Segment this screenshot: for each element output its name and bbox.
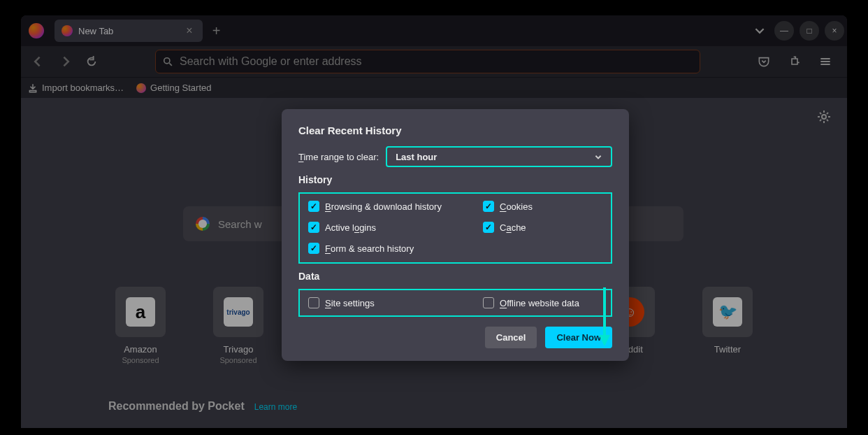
time-range-label: Time range to clear:	[298, 152, 379, 162]
checkbox-offline-data[interactable]: Offline website data	[483, 297, 602, 308]
history-section-heading: History	[298, 174, 612, 185]
dialog-title: Clear Recent History	[298, 124, 612, 136]
time-range-select[interactable]: Last hour	[386, 146, 612, 167]
data-section-heading: Data	[298, 271, 612, 282]
checkbox-form-history[interactable]: ✓Form & search history	[308, 243, 483, 254]
cancel-button[interactable]: Cancel	[485, 327, 537, 348]
clear-history-dialog: Clear Recent History Time range to clear…	[282, 109, 629, 361]
checkbox-active-logins[interactable]: ✓Active logins	[308, 222, 483, 233]
checkbox-site-settings[interactable]: Site settings	[308, 297, 483, 308]
clear-now-button[interactable]: Clear Now	[545, 327, 612, 348]
checkbox-cache[interactable]: ✓Cache	[483, 222, 602, 233]
data-section: Site settings Offline website data	[298, 289, 612, 317]
checkbox-cookies[interactable]: ✓Cookies	[483, 201, 602, 212]
history-section: ✓Browsing & download history ✓Cookies ✓A…	[298, 192, 612, 264]
chevron-down-icon	[594, 152, 602, 161]
checkbox-browsing-history[interactable]: ✓Browsing & download history	[308, 201, 483, 212]
